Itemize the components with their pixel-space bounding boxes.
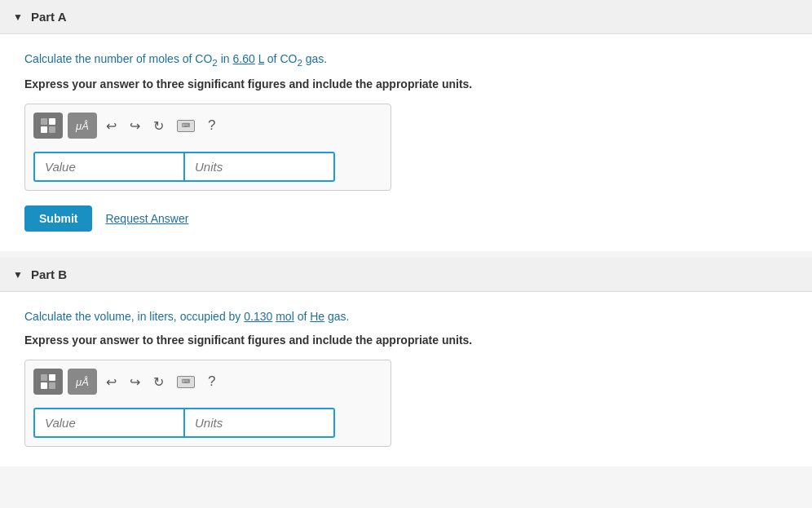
part-b-title: Part B <box>31 267 67 281</box>
part-b-element-highlight: He <box>310 310 324 323</box>
part-a-undo-button[interactable]: ↩ <box>102 113 121 139</box>
part-b-grid-cell-2 <box>49 374 55 381</box>
part-a-input-row <box>33 152 382 182</box>
part-a-question-text1: Calculate the number of moles of CO2 in … <box>24 52 327 65</box>
part-b-collapse-icon: ▼ <box>13 269 23 281</box>
part-a-value-input[interactable] <box>33 152 184 182</box>
grid-icon <box>41 118 55 133</box>
part-b-grid-cell-1 <box>41 374 47 381</box>
part-a-mu-button[interactable]: μÅ <box>68 113 97 139</box>
part-a-grid-button[interactable] <box>33 113 63 139</box>
part-a-keyboard-button[interactable]: ⌨ <box>173 113 199 139</box>
part-a-refresh-button[interactable]: ↻ <box>149 113 168 139</box>
part-a-value-highlight: 6.60 <box>233 52 255 65</box>
part-b-keyboard-icon: ⌨ <box>177 376 195 388</box>
part-b-question: Calculate the volume, in liters, occupie… <box>24 308 788 325</box>
part-a-instruction: Express your answer to three significant… <box>24 77 788 91</box>
part-b-instruction: Express your answer to three significant… <box>24 334 788 347</box>
part-b-value-input[interactable] <box>33 408 184 438</box>
grid-cell-4 <box>49 126 55 133</box>
part-a-actions: Submit Request Answer <box>24 205 788 232</box>
part-a-title: Part A <box>31 10 67 24</box>
part-b-help-button[interactable]: ? <box>204 369 219 395</box>
part-b-content: Calculate the volume, in liters, occupie… <box>0 292 812 466</box>
part-b-undo-button[interactable]: ↩ <box>102 369 121 395</box>
part-a-redo-button[interactable]: ↪ <box>126 113 144 139</box>
grid-cell-1 <box>41 118 47 125</box>
part-b-redo-button[interactable]: ↪ <box>126 369 144 395</box>
part-a-header[interactable]: ▼ Part A <box>0 0 812 34</box>
part-b-input-row <box>33 408 382 438</box>
part-b-unit-highlight: mol <box>276 310 294 323</box>
part-b-value-highlight: 0.130 <box>244 310 272 323</box>
part-b-mu-button[interactable]: μÅ <box>68 369 97 395</box>
part-b-grid-icon <box>41 374 55 389</box>
part-b-units-input[interactable] <box>184 408 335 438</box>
part-b-refresh-button[interactable]: ↻ <box>149 369 168 395</box>
part-a-units-input[interactable] <box>184 152 335 182</box>
part-b-header[interactable]: ▼ Part B <box>0 258 812 292</box>
part-b-grid-cell-4 <box>49 382 55 389</box>
part-a-question: Calculate the number of moles of CO2 in … <box>24 51 788 69</box>
part-a-collapse-icon: ▼ <box>13 11 23 23</box>
part-a-content: Calculate the number of moles of CO2 in … <box>0 34 812 251</box>
part-b-keyboard-button[interactable]: ⌨ <box>173 369 199 395</box>
part-b-question-text: Calculate the volume, in liters, occupie… <box>24 310 349 323</box>
grid-cell-2 <box>49 118 55 125</box>
part-b-toolbar: μÅ ↩ ↪ ↻ ⌨ ? <box>33 369 382 400</box>
part-a-unit-highlight: L <box>258 52 264 65</box>
part-b-section: ▼ Part B Calculate the volume, in liters… <box>0 258 812 466</box>
part-a-request-answer-button[interactable]: Request Answer <box>105 212 188 225</box>
part-a-answer-box: μÅ ↩ ↪ ↻ ⌨ ? <box>24 104 391 191</box>
keyboard-icon: ⌨ <box>177 120 195 132</box>
part-b-grid-button[interactable] <box>33 369 63 395</box>
part-a-help-button[interactable]: ? <box>204 113 219 139</box>
grid-cell-3 <box>41 126 47 133</box>
part-a-toolbar: μÅ ↩ ↪ ↻ ⌨ ? <box>33 113 382 144</box>
part-b-answer-box: μÅ ↩ ↪ ↻ ⌨ ? <box>24 360 391 447</box>
part-b-grid-cell-3 <box>41 382 47 389</box>
part-a-submit-button[interactable]: Submit <box>24 205 92 232</box>
part-a-section: ▼ Part A Calculate the number of moles o… <box>0 0 812 251</box>
